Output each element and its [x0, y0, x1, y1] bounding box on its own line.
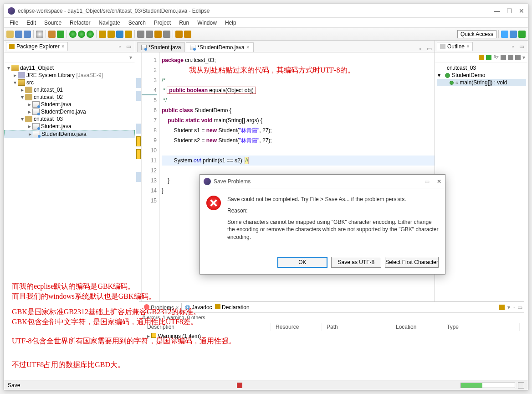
maximize-editor-icon[interactable]: ▭ — [424, 46, 435, 52]
bug-icon[interactable] — [57, 31, 64, 38]
hide-local-icon[interactable] — [515, 55, 521, 60]
menu-navigate[interactable]: Navigate — [95, 19, 123, 27]
package-explorer-tab[interactable]: Package Explorer × — [6, 42, 68, 51]
package-explorer-panel: Package Explorer × ▫ ▭ ▾ ▾ day11_Object — [4, 41, 135, 380]
tab-close-icon[interactable]: × — [246, 44, 250, 51]
menu-project[interactable]: Project — [150, 19, 174, 27]
coverage-icon[interactable] — [78, 31, 85, 38]
hide-fields-icon[interactable] — [486, 55, 491, 60]
declaration-icon — [215, 304, 220, 309]
minimize-button[interactable]: — — [494, 7, 500, 15]
debug-perspective-icon[interactable] — [518, 31, 526, 38]
fold-marker-icon[interactable] — [136, 124, 141, 134]
file-node[interactable]: ▸ Student.java — [4, 101, 135, 108]
wizard-icon[interactable] — [36, 31, 43, 38]
close-button[interactable]: ✕ — [519, 7, 524, 15]
dialog-body: Save could not be completed. Try File > … — [200, 188, 445, 252]
minimize-panel-icon[interactable]: ▫ — [512, 43, 518, 50]
view-menu-icon[interactable]: ▾ — [507, 304, 510, 311]
file-node[interactable]: ▸ StudentDemo.java — [4, 108, 135, 115]
new-icon[interactable] — [6, 31, 14, 38]
editor-tab-student[interactable]: *Student.java — [137, 42, 185, 52]
run-last-icon[interactable] — [87, 31, 94, 38]
quick-access[interactable]: Quick Access — [457, 30, 496, 38]
minimize-panel-icon[interactable]: ▫ — [513, 304, 515, 311]
new-interface-icon[interactable] — [116, 31, 123, 38]
menu-search[interactable]: Search — [125, 19, 149, 27]
maximize-panel-icon[interactable]: ▭ — [517, 304, 522, 311]
annotation-gbk1: 而我的ecplise默认的编码是GBK编码。 — [12, 281, 135, 292]
hide-nonpublic-icon[interactable] — [508, 55, 513, 60]
back-icon[interactable] — [175, 31, 183, 38]
java-file-icon — [141, 45, 147, 50]
filter-icon[interactable] — [499, 305, 505, 310]
package-explorer-tools: ▾ — [4, 52, 135, 62]
view-menu-icon[interactable]: ▾ — [129, 54, 132, 61]
search-tool-icon[interactable] — [137, 31, 144, 38]
open-perspective-icon[interactable] — [501, 31, 508, 38]
menu-refactor[interactable]: Refactor — [66, 19, 94, 27]
fold-marker-icon[interactable] — [136, 172, 141, 182]
outline-package[interactable]: cn.itcast_03 — [437, 64, 526, 72]
menu-help[interactable]: Help — [221, 19, 240, 27]
toggle-icon[interactable] — [154, 31, 162, 38]
menu-edit[interactable]: Edit — [23, 19, 40, 27]
warning-marker-icon[interactable] — [136, 136, 141, 146]
package-node-1[interactable]: ▸ cn.itcast_01 — [4, 86, 135, 93]
view-menu-icon[interactable]: ▾ — [522, 54, 525, 61]
maximize-panel-icon[interactable]: ▭ — [126, 43, 133, 50]
dialog-close-icon[interactable]: ✕ — [437, 178, 441, 185]
java-file-icon — [32, 109, 40, 115]
menu-source[interactable]: Source — [41, 19, 65, 27]
forward-icon[interactable] — [184, 31, 191, 38]
tab-close-icon[interactable]: × — [466, 43, 470, 50]
progress-details-icon[interactable] — [518, 382, 524, 389]
menu-run[interactable]: Run — [175, 19, 193, 27]
pin-icon[interactable] — [163, 31, 170, 38]
folder-icon[interactable] — [125, 31, 132, 38]
java-perspective-icon[interactable] — [510, 31, 517, 38]
debug-config-icon[interactable] — [48, 31, 56, 38]
save-icon[interactable] — [15, 31, 22, 38]
warning-marker-icon[interactable] — [136, 149, 141, 159]
dialog-minimize-icon: ▭ — [425, 178, 430, 185]
jre-node[interactable]: ▸ JRE System Library [JavaSE-9] — [4, 72, 135, 79]
new-package-icon[interactable] — [99, 31, 106, 38]
tab-close-icon[interactable]: × — [61, 43, 65, 50]
project-icon — [11, 65, 19, 71]
fold-marker-icon[interactable] — [136, 91, 141, 101]
project-node[interactable]: ▾ day11_Object — [4, 64, 135, 72]
ok-button[interactable]: OK — [277, 257, 327, 268]
annotation-gbk4: GBK包含全部中文字符，是国家编码，通用性比UTF8差。 — [12, 316, 198, 327]
menu-window[interactable]: Window — [194, 19, 220, 27]
stop-icon[interactable] — [237, 383, 242, 388]
package-explorer-icon — [9, 44, 15, 49]
select-first-char-button[interactable]: Select First Character — [385, 257, 439, 268]
menu-file[interactable]: File — [6, 19, 22, 27]
run-icon[interactable] — [69, 31, 77, 38]
editor-tab-studentdemo[interactable]: *StudentDemo.java × — [186, 42, 253, 52]
save-as-utf8-button[interactable]: Save as UTF-8 — [331, 257, 381, 268]
task-icon[interactable] — [146, 31, 153, 38]
file-node-selected[interactable]: ▸ StudentDemo.java — [4, 130, 135, 138]
fold-marker-icon[interactable] — [136, 78, 141, 88]
package-node-3[interactable]: ▾ cn.itcast_03 — [4, 115, 135, 123]
package-node-2[interactable]: ▾ cn.itcast_02 — [4, 93, 135, 101]
declaration-tab[interactable]: Declaration — [215, 304, 250, 311]
dialog-titlebar[interactable]: Save Problems ▭ ✕ — [200, 175, 445, 188]
new-class-icon[interactable] — [107, 31, 115, 38]
class-icon — [445, 73, 450, 78]
method-icon — [450, 81, 454, 85]
file-node[interactable]: ▸ Student.java — [4, 123, 135, 130]
outline-tab[interactable]: Outline × — [437, 42, 473, 51]
minimize-panel-icon[interactable]: ▫ — [119, 43, 125, 50]
src-node[interactable]: ▾ src — [4, 79, 135, 86]
maximize-panel-icon[interactable]: ▭ — [519, 43, 526, 50]
minimize-editor-icon[interactable]: ▫ — [417, 46, 424, 52]
sort-icon[interactable] — [479, 55, 484, 60]
outline-method-selected[interactable]: S main(String[]) : void — [437, 79, 526, 86]
maximize-button[interactable]: ☐ — [506, 7, 512, 15]
save-all-icon[interactable] — [24, 31, 31, 38]
outline-class[interactable]: ▾ StudentDemo — [437, 72, 526, 79]
hide-static-icon[interactable] — [501, 55, 506, 60]
